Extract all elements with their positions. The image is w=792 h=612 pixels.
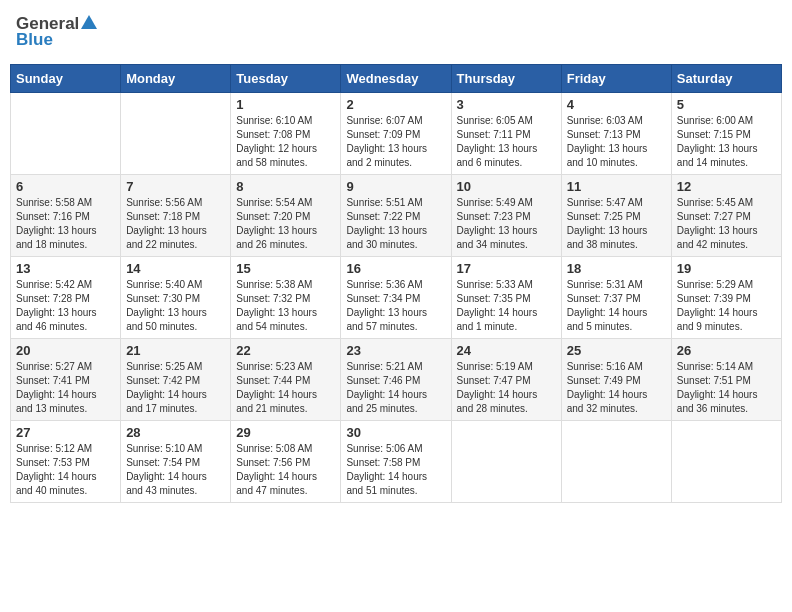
calendar-cell: 14Sunrise: 5:40 AM Sunset: 7:30 PM Dayli… [121, 257, 231, 339]
day-number: 26 [677, 343, 776, 358]
calendar-cell: 26Sunrise: 5:14 AM Sunset: 7:51 PM Dayli… [671, 339, 781, 421]
day-number: 6 [16, 179, 115, 194]
day-number: 21 [126, 343, 225, 358]
day-info: Sunrise: 5:06 AM Sunset: 7:58 PM Dayligh… [346, 442, 445, 498]
calendar-cell: 7Sunrise: 5:56 AM Sunset: 7:18 PM Daylig… [121, 175, 231, 257]
day-of-week-header: Monday [121, 65, 231, 93]
page-header: General Blue [10, 10, 782, 54]
day-info: Sunrise: 5:54 AM Sunset: 7:20 PM Dayligh… [236, 196, 335, 252]
calendar-cell: 21Sunrise: 5:25 AM Sunset: 7:42 PM Dayli… [121, 339, 231, 421]
day-number: 9 [346, 179, 445, 194]
day-info: Sunrise: 6:00 AM Sunset: 7:15 PM Dayligh… [677, 114, 776, 170]
calendar-cell: 27Sunrise: 5:12 AM Sunset: 7:53 PM Dayli… [11, 421, 121, 503]
calendar-cell: 6Sunrise: 5:58 AM Sunset: 7:16 PM Daylig… [11, 175, 121, 257]
day-number: 7 [126, 179, 225, 194]
day-number: 12 [677, 179, 776, 194]
calendar-week-row: 6Sunrise: 5:58 AM Sunset: 7:16 PM Daylig… [11, 175, 782, 257]
day-number: 19 [677, 261, 776, 276]
day-number: 2 [346, 97, 445, 112]
day-number: 17 [457, 261, 556, 276]
calendar-cell: 24Sunrise: 5:19 AM Sunset: 7:47 PM Dayli… [451, 339, 561, 421]
day-info: Sunrise: 5:33 AM Sunset: 7:35 PM Dayligh… [457, 278, 556, 334]
calendar-cell: 12Sunrise: 5:45 AM Sunset: 7:27 PM Dayli… [671, 175, 781, 257]
day-of-week-header: Sunday [11, 65, 121, 93]
day-number: 20 [16, 343, 115, 358]
day-number: 23 [346, 343, 445, 358]
logo-triangle-icon [81, 15, 97, 29]
day-number: 29 [236, 425, 335, 440]
day-number: 22 [236, 343, 335, 358]
day-number: 30 [346, 425, 445, 440]
calendar-cell: 3Sunrise: 6:05 AM Sunset: 7:11 PM Daylig… [451, 93, 561, 175]
day-info: Sunrise: 5:10 AM Sunset: 7:54 PM Dayligh… [126, 442, 225, 498]
day-info: Sunrise: 5:38 AM Sunset: 7:32 PM Dayligh… [236, 278, 335, 334]
day-number: 25 [567, 343, 666, 358]
calendar-week-row: 20Sunrise: 5:27 AM Sunset: 7:41 PM Dayli… [11, 339, 782, 421]
calendar-cell: 10Sunrise: 5:49 AM Sunset: 7:23 PM Dayli… [451, 175, 561, 257]
calendar-week-row: 13Sunrise: 5:42 AM Sunset: 7:28 PM Dayli… [11, 257, 782, 339]
day-info: Sunrise: 5:56 AM Sunset: 7:18 PM Dayligh… [126, 196, 225, 252]
calendar-cell: 9Sunrise: 5:51 AM Sunset: 7:22 PM Daylig… [341, 175, 451, 257]
calendar-cell: 19Sunrise: 5:29 AM Sunset: 7:39 PM Dayli… [671, 257, 781, 339]
day-number: 28 [126, 425, 225, 440]
day-info: Sunrise: 5:12 AM Sunset: 7:53 PM Dayligh… [16, 442, 115, 498]
calendar-cell: 1Sunrise: 6:10 AM Sunset: 7:08 PM Daylig… [231, 93, 341, 175]
calendar-cell [561, 421, 671, 503]
calendar-cell [671, 421, 781, 503]
day-number: 27 [16, 425, 115, 440]
logo: General Blue [16, 14, 97, 50]
day-number: 1 [236, 97, 335, 112]
calendar-cell [11, 93, 121, 175]
day-info: Sunrise: 5:14 AM Sunset: 7:51 PM Dayligh… [677, 360, 776, 416]
calendar-cell: 30Sunrise: 5:06 AM Sunset: 7:58 PM Dayli… [341, 421, 451, 503]
day-number: 24 [457, 343, 556, 358]
day-info: Sunrise: 5:51 AM Sunset: 7:22 PM Dayligh… [346, 196, 445, 252]
day-of-week-header: Thursday [451, 65, 561, 93]
calendar-header-row: SundayMondayTuesdayWednesdayThursdayFrid… [11, 65, 782, 93]
calendar-week-row: 27Sunrise: 5:12 AM Sunset: 7:53 PM Dayli… [11, 421, 782, 503]
calendar-cell: 16Sunrise: 5:36 AM Sunset: 7:34 PM Dayli… [341, 257, 451, 339]
day-number: 3 [457, 97, 556, 112]
calendar-cell: 17Sunrise: 5:33 AM Sunset: 7:35 PM Dayli… [451, 257, 561, 339]
day-info: Sunrise: 5:27 AM Sunset: 7:41 PM Dayligh… [16, 360, 115, 416]
day-number: 4 [567, 97, 666, 112]
day-number: 13 [16, 261, 115, 276]
day-info: Sunrise: 5:58 AM Sunset: 7:16 PM Dayligh… [16, 196, 115, 252]
day-info: Sunrise: 5:25 AM Sunset: 7:42 PM Dayligh… [126, 360, 225, 416]
day-info: Sunrise: 5:42 AM Sunset: 7:28 PM Dayligh… [16, 278, 115, 334]
day-info: Sunrise: 6:10 AM Sunset: 7:08 PM Dayligh… [236, 114, 335, 170]
calendar-cell: 4Sunrise: 6:03 AM Sunset: 7:13 PM Daylig… [561, 93, 671, 175]
day-number: 10 [457, 179, 556, 194]
calendar-cell: 18Sunrise: 5:31 AM Sunset: 7:37 PM Dayli… [561, 257, 671, 339]
day-info: Sunrise: 5:31 AM Sunset: 7:37 PM Dayligh… [567, 278, 666, 334]
day-info: Sunrise: 5:40 AM Sunset: 7:30 PM Dayligh… [126, 278, 225, 334]
calendar-cell: 20Sunrise: 5:27 AM Sunset: 7:41 PM Dayli… [11, 339, 121, 421]
day-info: Sunrise: 6:03 AM Sunset: 7:13 PM Dayligh… [567, 114, 666, 170]
calendar-cell [451, 421, 561, 503]
day-number: 5 [677, 97, 776, 112]
calendar-cell: 22Sunrise: 5:23 AM Sunset: 7:44 PM Dayli… [231, 339, 341, 421]
day-number: 14 [126, 261, 225, 276]
day-number: 16 [346, 261, 445, 276]
logo-blue-text: Blue [16, 30, 53, 50]
calendar-cell: 23Sunrise: 5:21 AM Sunset: 7:46 PM Dayli… [341, 339, 451, 421]
day-info: Sunrise: 5:16 AM Sunset: 7:49 PM Dayligh… [567, 360, 666, 416]
calendar-cell: 13Sunrise: 5:42 AM Sunset: 7:28 PM Dayli… [11, 257, 121, 339]
calendar-cell: 2Sunrise: 6:07 AM Sunset: 7:09 PM Daylig… [341, 93, 451, 175]
calendar-table: SundayMondayTuesdayWednesdayThursdayFrid… [10, 64, 782, 503]
day-number: 8 [236, 179, 335, 194]
calendar-cell: 28Sunrise: 5:10 AM Sunset: 7:54 PM Dayli… [121, 421, 231, 503]
calendar-week-row: 1Sunrise: 6:10 AM Sunset: 7:08 PM Daylig… [11, 93, 782, 175]
calendar-cell: 11Sunrise: 5:47 AM Sunset: 7:25 PM Dayli… [561, 175, 671, 257]
calendar-cell: 5Sunrise: 6:00 AM Sunset: 7:15 PM Daylig… [671, 93, 781, 175]
day-number: 18 [567, 261, 666, 276]
day-info: Sunrise: 5:21 AM Sunset: 7:46 PM Dayligh… [346, 360, 445, 416]
day-number: 11 [567, 179, 666, 194]
day-info: Sunrise: 5:19 AM Sunset: 7:47 PM Dayligh… [457, 360, 556, 416]
day-info: Sunrise: 5:08 AM Sunset: 7:56 PM Dayligh… [236, 442, 335, 498]
calendar-cell: 29Sunrise: 5:08 AM Sunset: 7:56 PM Dayli… [231, 421, 341, 503]
day-info: Sunrise: 6:05 AM Sunset: 7:11 PM Dayligh… [457, 114, 556, 170]
day-info: Sunrise: 6:07 AM Sunset: 7:09 PM Dayligh… [346, 114, 445, 170]
day-of-week-header: Wednesday [341, 65, 451, 93]
calendar-cell: 25Sunrise: 5:16 AM Sunset: 7:49 PM Dayli… [561, 339, 671, 421]
